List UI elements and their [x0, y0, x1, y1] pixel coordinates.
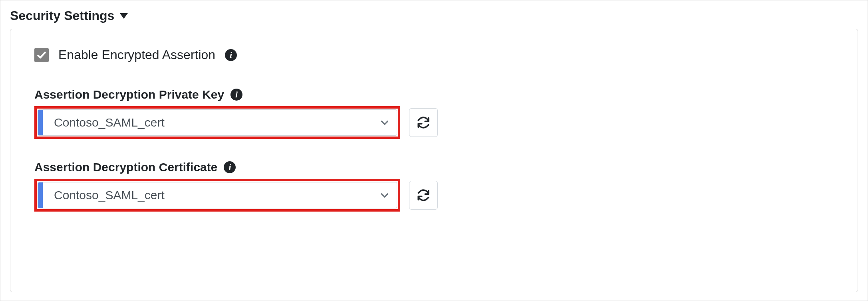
- certificate-refresh-button[interactable]: [409, 181, 438, 210]
- enable-encrypted-label: Enable Encrypted Assertion: [58, 48, 215, 62]
- section-header[interactable]: Security Settings: [10, 8, 858, 23]
- enable-encrypted-checkbox[interactable]: [34, 48, 49, 62]
- private-key-select[interactable]: Contoso_SAML_cert: [38, 109, 397, 136]
- private-key-value: Contoso_SAML_cert: [43, 110, 373, 135]
- chevron-down-icon: [373, 110, 397, 135]
- certificate-label: Assertion Decryption Certificate: [34, 160, 217, 174]
- private-key-label: Assertion Decryption Private Key: [34, 88, 224, 101]
- select-accent: [38, 182, 43, 208]
- info-icon[interactable]: i: [230, 89, 242, 101]
- page-frame: Security Settings Enable Encrypted Asser…: [0, 0, 868, 301]
- info-icon[interactable]: i: [225, 49, 237, 61]
- select-accent: [38, 110, 43, 135]
- private-key-field: Assertion Decryption Private Key i Conto…: [34, 88, 834, 139]
- certificate-highlight: Contoso_SAML_cert: [34, 179, 400, 212]
- certificate-field: Assertion Decryption Certificate i Conto…: [34, 160, 834, 212]
- private-key-refresh-button[interactable]: [409, 108, 438, 137]
- enable-encrypted-row: Enable Encrypted Assertion i: [34, 48, 834, 62]
- section-title: Security Settings: [10, 8, 114, 23]
- chevron-down-icon: [373, 182, 397, 208]
- security-panel: Enable Encrypted Assertion i Assertion D…: [10, 29, 858, 292]
- certificate-value: Contoso_SAML_cert: [43, 182, 373, 208]
- caret-down-icon: [120, 13, 128, 19]
- certificate-select[interactable]: Contoso_SAML_cert: [38, 182, 397, 208]
- private-key-highlight: Contoso_SAML_cert: [34, 106, 400, 139]
- info-icon[interactable]: i: [224, 161, 236, 173]
